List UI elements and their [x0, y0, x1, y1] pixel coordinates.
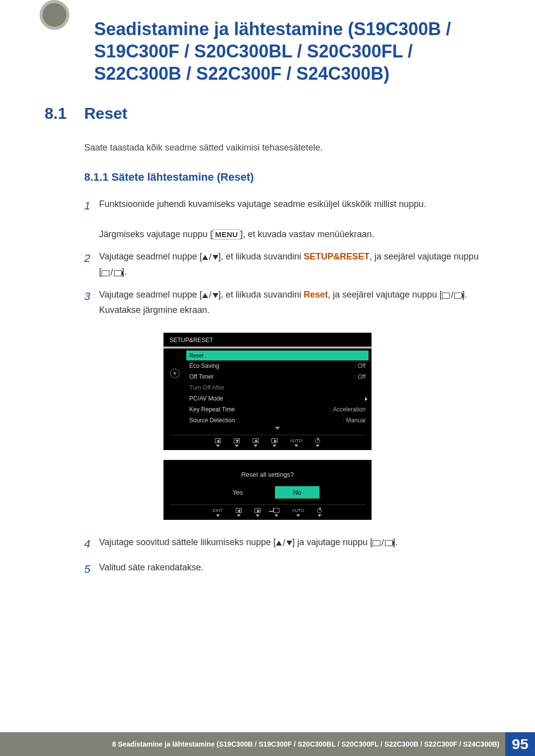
- osd-item-list: Reset Eco SavingOff Off TimerOff Turn Of…: [186, 349, 372, 435]
- section-number: 8.1: [45, 104, 84, 123]
- step-list: 1 Funktsioonide juhendi kuvamiseks vajut…: [84, 197, 490, 318]
- step-text: Vajutage soovitud sättele liikumiseks nu…: [99, 537, 276, 547]
- footer-text: 8 Seadistamine ja lähtestamine (S19C300B…: [0, 732, 505, 756]
- reset-term: Reset: [304, 290, 328, 300]
- page-number: 95: [505, 732, 535, 756]
- osd-nav-bar: AUTO: [169, 435, 366, 448]
- step-text: , ja seejärel vajutage nuppu [: [328, 290, 442, 300]
- nav-enter-icon[interactable]: [273, 508, 279, 517]
- step-text: ], et liikuda suvandini: [218, 252, 304, 261]
- nav-down-icon[interactable]: [234, 438, 240, 447]
- dialog-question: Reset all settings?: [163, 466, 372, 486]
- up-down-icon: /: [202, 288, 218, 303]
- osd-item-eco-saving[interactable]: Eco SavingOff: [189, 360, 366, 371]
- osd-item-pc-av-mode[interactable]: PC/AV Mode: [189, 393, 366, 404]
- osd-item-off-timer[interactable]: Off TimerOff: [189, 371, 366, 382]
- step-text: Kuvatakse järgmine ekraan.: [99, 305, 210, 315]
- step-2: 2 Vajutage seadmel nuppe [/], et liikuda…: [84, 249, 490, 280]
- menu-button-label: MENU: [213, 229, 240, 240]
- source-enter-icon: /: [442, 288, 462, 303]
- nav-right-icon[interactable]: [255, 508, 261, 517]
- chapter-title: Seadistamine ja lähtestamine (S19C300B /…: [94, 18, 490, 85]
- step-text: Valitud säte rakendatakse.: [99, 562, 204, 572]
- nav-left-icon[interactable]: [215, 438, 221, 447]
- step-text: , ja seejärel vajutage nuppu: [370, 252, 479, 261]
- section-title: Reset: [84, 104, 127, 123]
- nav-auto-label[interactable]: AUTO: [290, 438, 303, 447]
- nav-up-icon[interactable]: [253, 438, 259, 447]
- step-number: 5: [84, 560, 99, 578]
- gear-icon: [170, 368, 180, 378]
- nav-exit-label[interactable]: EXIT: [213, 508, 223, 517]
- step-text: Järgmiseks vajutage nuppu [: [99, 229, 213, 239]
- nav-right-icon[interactable]: [271, 438, 277, 447]
- step-3: 3 Vajutage seadmel nuppe [/], et liikuda…: [84, 287, 490, 318]
- source-enter-icon: /: [373, 535, 393, 551]
- step-number: 3: [84, 287, 99, 318]
- step-number: 1: [84, 197, 99, 242]
- page-footer: 8 Seadistamine ja lähtestamine (S19C300B…: [0, 732, 535, 756]
- up-down-icon: /: [276, 535, 292, 551]
- step-number: 2: [84, 249, 99, 280]
- dialog-no-button[interactable]: No: [275, 486, 320, 499]
- step-number: 4: [84, 535, 99, 553]
- osd-item-source-detection[interactable]: Source DetectionManual: [189, 415, 366, 426]
- section-intro: Saate taastada kõik seadme sätted vaikim…: [84, 143, 490, 153]
- step-5: 5 Valitud säte rakendatakse.: [84, 560, 490, 578]
- section-heading: 8.1 Reset: [45, 104, 490, 123]
- step-text: Funktsioonide juhendi kuvamiseks vajutag…: [99, 199, 426, 209]
- osd-title: SETUP&RESET: [163, 333, 372, 347]
- nav-auto-label[interactable]: AUTO: [292, 508, 305, 517]
- step-text: Vajutage seadmel nuppe [: [99, 252, 202, 261]
- step-text: Vajutage seadmel nuppe [: [99, 290, 202, 300]
- nav-power-icon[interactable]: [315, 438, 320, 447]
- dialog-nav-bar: EXIT AUTO: [169, 504, 366, 518]
- step-text: ] ja vajutage nuppu [: [292, 537, 373, 547]
- osd-item-turn-off-after: Turn Off After: [189, 382, 366, 393]
- nav-power-icon[interactable]: [317, 508, 322, 517]
- scroll-down-icon: [189, 426, 366, 432]
- setup-reset-term: SETUP&RESET: [304, 252, 370, 261]
- subsection-heading: 8.1.1 Sätete lähtestamine (Reset): [84, 171, 490, 184]
- source-enter-icon: /: [102, 265, 122, 280]
- chapter-badge-icon: [40, 0, 69, 30]
- step-4: 4 Vajutage soovitud sättele liikumiseks …: [84, 535, 490, 553]
- step-text: ], et kuvada vastav menüüekraan.: [240, 229, 374, 239]
- nav-left-icon[interactable]: [236, 508, 242, 517]
- dialog-yes-button[interactable]: Yes: [215, 486, 260, 499]
- osd-item-key-repeat-time[interactable]: Key Repeat TimeAcceleration: [189, 404, 366, 415]
- osd-item-reset[interactable]: Reset: [186, 351, 369, 360]
- step-1: 1 Funktsioonide juhendi kuvamiseks vajut…: [84, 197, 490, 242]
- confirm-dialog: Reset all settings? Yes No EXIT AUTO: [163, 460, 372, 520]
- osd-menu: SETUP&RESET Reset Eco SavingOff Off Time…: [163, 333, 372, 450]
- step-text: ], et liikuda suvandini: [218, 290, 304, 300]
- up-down-icon: /: [202, 250, 218, 265]
